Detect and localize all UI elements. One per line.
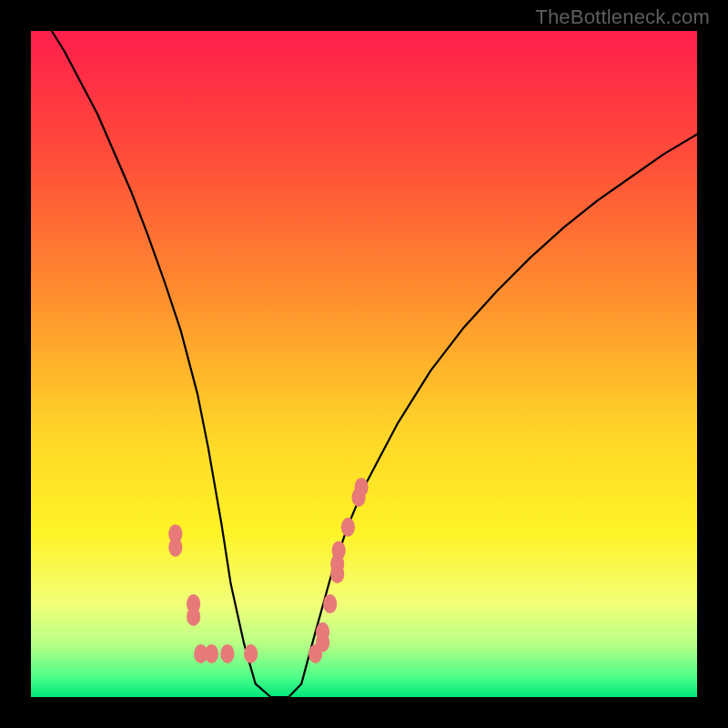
curve-bead [220,644,234,663]
curve-bead [323,594,337,613]
watermark-text: TheBottleneck.com [535,5,710,29]
bottleneck-curve [31,0,697,697]
curve-bead [341,518,355,537]
curve-bead [205,644,218,663]
curve-bead [168,524,182,543]
curve-bead [187,594,200,613]
frame: TheBottleneck.com [0,0,728,728]
curve-bead [244,644,258,663]
curve-bead [332,541,346,561]
curve-bead [355,478,369,497]
chart-svg [31,31,697,697]
plot-area [31,31,697,697]
curve-bead [316,622,329,642]
